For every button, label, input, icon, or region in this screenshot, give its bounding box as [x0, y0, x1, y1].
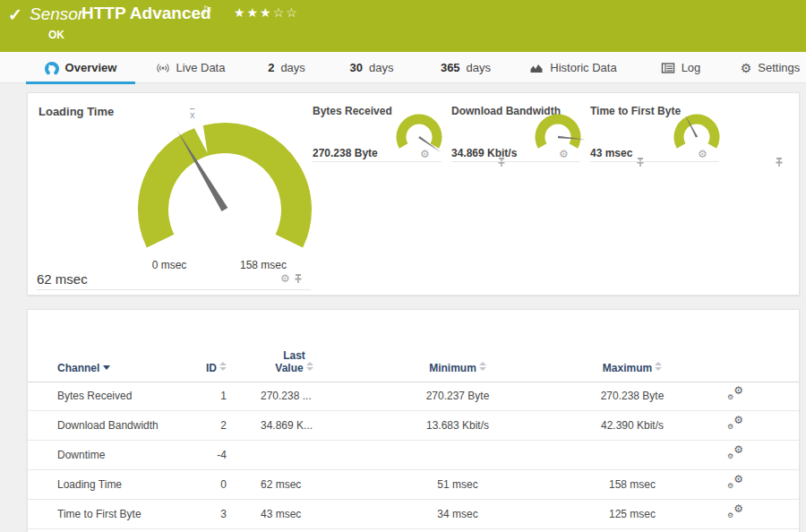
cell-divider — [590, 161, 719, 162]
tab-label: Log — [682, 61, 701, 74]
channel-minimum: 270.237 Byte — [341, 382, 574, 411]
gauge-settings-gear-icon[interactable]: ⚙ — [698, 149, 707, 159]
channel-minimum: 13.683 Kbit/s — [341, 411, 574, 441]
tab-label: Settings — [758, 61, 800, 74]
channel-settings-icon[interactable]: ⚙⚙ — [727, 385, 743, 399]
channel-maximum: 42.390 Kbit/s — [574, 411, 690, 441]
tab-log[interactable]: Log — [649, 52, 712, 83]
channel-last-value: 43 msec — [261, 500, 301, 529]
tab-settings[interactable]: ⚙ Settings — [734, 52, 806, 83]
table-row: Loading Time 0 62 msec 51 msec 158 msec … — [28, 470, 799, 500]
gear-icon: ⚙ — [741, 61, 752, 75]
channel-table-header: Channel ID Last Value Minimum Maximum — [28, 340, 799, 382]
channel-minimum: 34 msec — [341, 500, 574, 529]
time-to-first-byte-gauge — [667, 110, 726, 164]
channel-maximum: 158 msec — [574, 470, 690, 500]
channel-id: 1 — [189, 382, 227, 411]
sensor-status-badge: OK — [48, 29, 64, 41]
channel-settings-icon[interactable]: ⚙⚙ — [727, 474, 743, 488]
channel-maximum: 270.238 Byte — [574, 382, 690, 411]
pin-icon[interactable] — [294, 273, 303, 284]
tab-label: Historic Data — [550, 61, 616, 74]
gauge-min-label: 0 msec — [141, 259, 198, 271]
download-bandwidth-gauge — [528, 110, 587, 164]
cell-divider — [37, 289, 311, 290]
sensor-header: ✓ Sensor HTTP Advanced ⚐ ★★★☆☆ OK — [0, 0, 806, 52]
sort-icon — [655, 362, 662, 371]
tab-live-data[interactable]: Live Data — [143, 52, 237, 83]
tab-365-days[interactable]: 365 days — [425, 52, 506, 83]
channel-settings-icon[interactable]: ⚙⚙ — [727, 415, 743, 429]
table-row: Download Bandwidth 2 34.869 K... 13.683 … — [28, 411, 799, 441]
tab-number: 30 — [350, 61, 363, 74]
prtg-sensor-page: ✓ Sensor HTTP Advanced ⚐ ★★★☆☆ OK Overvi… — [0, 0, 806, 532]
gauge-settings-gear-icon[interactable]: ⚙ — [559, 149, 569, 159]
channel-settings-icon[interactable]: ⚙⚙ — [727, 444, 743, 459]
channel-id: 0 — [189, 470, 227, 500]
tab-number: 365 — [441, 61, 460, 74]
channel-name: Downtime — [57, 441, 105, 470]
status-ok-check-icon: ✓ — [8, 4, 22, 25]
tab-label: days — [467, 61, 491, 74]
sensor-type-label: Sensor — [30, 4, 83, 24]
priority-stars[interactable]: ★★★☆☆ — [234, 5, 299, 20]
gauge-settings-gear-icon[interactable]: ⚙ — [420, 149, 430, 159]
gauge-max-label: 158 msec — [232, 259, 295, 271]
sort-icon — [479, 362, 486, 371]
channel-name: Download Bandwidth — [57, 411, 159, 441]
column-header-maximum[interactable]: Maximum — [574, 362, 690, 374]
loading-time-gauge — [133, 123, 321, 266]
column-header-channel[interactable]: Channel — [57, 362, 110, 374]
gauge-icon — [45, 61, 59, 75]
channel-table-panel: Channel ID Last Value Minimum Maximum By… — [27, 309, 800, 532]
table-row: Time to First Byte 3 43 msec 34 msec 125… — [28, 500, 799, 529]
mean-marker-label: x — [190, 109, 195, 120]
tab-bar: Overview Live Data 2 days 30 days 365 da… — [0, 52, 806, 83]
tab-30-days[interactable]: 30 days — [336, 52, 407, 83]
log-list-icon — [661, 61, 675, 75]
gauges-panel: Loading Time x 0 msec 158 msec 62 msec ⚙… — [27, 92, 800, 296]
table-row: Bytes Received 1 270.238 ... 270.237 Byt… — [28, 382, 799, 411]
column-header-last-value[interactable]: Last Value — [247, 350, 341, 374]
bytes-received-gauge — [390, 110, 449, 164]
gauge-arc — [153, 138, 296, 241]
channel-name: Bytes Received — [57, 382, 132, 411]
table-row: Downtime -4 ⚙⚙ — [28, 441, 799, 470]
column-header-id[interactable]: ID — [189, 362, 227, 374]
mini-gauge-title: Bytes Received — [313, 105, 392, 117]
main-gauge-title: Loading Time — [39, 105, 114, 118]
channel-minimum: 51 msec — [341, 470, 574, 500]
channel-id: 3 — [189, 500, 227, 529]
tab-label: days — [280, 61, 304, 74]
mini-gauge-time-to-first-byte: Time to First Byte 43 msec ⚙ — [590, 102, 719, 165]
channel-last-value: 270.238 ... — [261, 382, 312, 411]
sort-desc-icon — [103, 365, 110, 370]
channel-id: 2 — [189, 411, 227, 441]
channel-last-value: 62 msec — [261, 470, 301, 500]
time-to-first-byte-value: 43 msec — [590, 147, 632, 159]
tab-historic-data[interactable]: Historic Data — [519, 52, 627, 83]
download-bandwidth-value: 34.869 Kbit/s — [451, 147, 517, 159]
mini-gauge-bytes-received: Bytes Received 270.238 Byte ⚙ — [313, 102, 442, 165]
sort-icon — [306, 362, 313, 371]
tab-label: Live Data — [176, 61, 226, 74]
channel-name: Time to First Byte — [57, 500, 141, 529]
tab-label: Overview — [65, 61, 117, 74]
bytes-received-value: 270.238 Byte — [313, 147, 378, 159]
mini-gauge-download-bandwidth: Download Bandwidth 34.869 Kbit/s ⚙ — [451, 102, 580, 165]
channel-settings-icon[interactable]: ⚙⚙ — [727, 503, 743, 518]
gauge-settings-gear-icon[interactable]: ⚙ — [280, 273, 290, 284]
tab-overview[interactable]: Overview — [26, 52, 135, 83]
loading-time-value: 62 msec — [37, 271, 88, 287]
priority-flag-icon[interactable]: ⚐ — [202, 4, 213, 17]
channel-maximum: 125 msec — [574, 500, 690, 529]
column-header-minimum[interactable]: Minimum — [341, 362, 574, 374]
broadcast-icon — [156, 61, 170, 75]
area-chart-icon — [529, 61, 544, 75]
cell-divider — [313, 161, 442, 162]
tab-number: 2 — [268, 61, 274, 74]
tab-2-days[interactable]: 2 days — [255, 52, 318, 83]
channel-name: Loading Time — [57, 470, 122, 500]
sensor-name: HTTP Advanced — [81, 4, 211, 23]
channel-id: -4 — [189, 441, 227, 470]
